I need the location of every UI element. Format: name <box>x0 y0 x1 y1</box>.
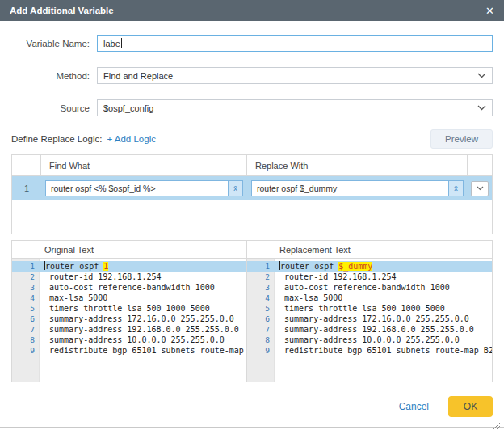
code-line: 3 auto-cost reference-bandwidth 1000 <box>12 282 246 293</box>
source-select[interactable]: $ospf_config <box>97 99 493 116</box>
rule-row-number: 1 <box>12 183 41 193</box>
highlighted-token: 1 <box>103 262 108 271</box>
close-icon[interactable]: ✕ <box>485 6 494 16</box>
chevron-down-icon <box>477 73 486 78</box>
add-additional-variable-dialog: Add Additional Variable ✕ Variable Name:… <box>0 0 504 430</box>
find-what-column-header: Find What <box>41 155 247 175</box>
rule-row[interactable]: 1 router ospf <% $ospf_id %> x̄ router o… <box>12 176 492 200</box>
original-code-lines: 1router ospf 12 router-id 192.168.1.2543… <box>12 261 246 356</box>
replace-with-column-header: Replace With <box>247 155 468 175</box>
variable-name-value: labe <box>103 39 120 48</box>
code-text: router ospf 1 <box>40 261 108 272</box>
variable-name-input[interactable]: labe <box>97 35 493 52</box>
line-number: 9 <box>12 345 40 356</box>
rule-row-dropdown-button[interactable] <box>471 181 489 196</box>
code-line: 9 redistribute bgp 65101 subnets route-m… <box>247 345 492 356</box>
source-row: Source $ospf_config <box>11 99 493 116</box>
line-number: 5 <box>247 303 275 314</box>
code-line: 5 timers throttle lsa 500 1000 5000 <box>247 303 492 314</box>
find-what-cell: router ospf <% $ospf_id %> x̄ <box>41 180 247 196</box>
replacement-text-body[interactable]: 1router ospf $_dummy2 router-id 192.168.… <box>247 259 492 382</box>
line-number: 5 <box>12 303 40 314</box>
code-line: 8 summary-address 10.0.0.0 255.255.0.0 <box>12 335 246 345</box>
code-line: 3 auto-cost reference-bandwidth 1000 <box>247 282 492 293</box>
dialog-titlebar: Add Additional Variable ✕ <box>0 0 504 21</box>
original-text-body[interactable]: 1router ospf 12 router-id 192.168.1.2543… <box>12 259 246 382</box>
ok-button[interactable]: OK <box>448 396 493 417</box>
method-label: Method: <box>11 71 97 81</box>
chevron-down-icon <box>477 105 486 111</box>
rules-table-header: Find What Replace With <box>12 155 492 176</box>
replace-with-value: router ospf $_dummy <box>252 181 448 196</box>
replacement-code-lines: 1router ospf $_dummy2 router-id 192.168.… <box>247 261 492 356</box>
replace-with-input[interactable]: router ospf $_dummy x̄ <box>251 180 464 196</box>
line-number: 3 <box>247 282 275 293</box>
line-number: 2 <box>12 272 40 282</box>
dialog-footer: Cancel OK <box>399 396 493 417</box>
resize-grip-icon[interactable] <box>492 418 500 426</box>
cancel-button[interactable]: Cancel <box>399 401 429 412</box>
code-line: 1router ospf 1 <box>12 261 246 272</box>
code-line: 4 max-lsa 5000 <box>12 293 246 303</box>
line-number: 1 <box>12 261 40 272</box>
code-text: summary-address 172.16.0.0 255.255.0.0 <box>40 314 234 324</box>
code-text: summary-address 192.168.0.0 255.255.0.0 <box>40 324 239 335</box>
add-logic-link[interactable]: + Add Logic <box>107 134 156 144</box>
line-number: 4 <box>12 293 40 303</box>
method-row: Method: Find and Replace <box>11 67 493 84</box>
code-text: auto-cost reference-bandwidth 1000 <box>40 282 215 293</box>
line-number: 6 <box>12 314 40 324</box>
find-what-value: router ospf <% $ospf_id %> <box>46 181 228 196</box>
dialog-body: Variable Name: labe Method: Find and Rep… <box>0 35 504 382</box>
code-text: timers throttle lsa 500 1000 5000 <box>275 303 445 314</box>
line-number: 3 <box>12 282 40 293</box>
code-text: redistribute bgp 65101 subnets route-map… <box>275 345 492 356</box>
dialog-bottom-edge <box>0 427 504 428</box>
code-text: max-lsa 5000 <box>275 293 342 303</box>
code-line: 9 redistribute bgp 65101 subnets route-m… <box>12 345 246 356</box>
replace-rules-table: Find What Replace With 1 router ospf <% … <box>11 154 493 234</box>
insert-variable-icon[interactable]: x̄ <box>448 181 463 196</box>
rule-row-options <box>468 181 492 196</box>
dialog-title: Add Additional Variable <box>10 6 114 15</box>
define-replace-logic-label: Define Replace Logic: <box>11 134 103 144</box>
code-line: 8 summary-address 10.0.0.0 255.255.0.0 <box>247 335 492 345</box>
code-text: timers throttle lsa 500 1000 5000 <box>40 303 210 314</box>
method-select[interactable]: Find and Replace <box>97 67 493 84</box>
text-cursor <box>121 38 122 48</box>
rules-table-empty-area <box>12 200 492 234</box>
line-number: 7 <box>247 324 275 335</box>
replacement-text-header: Replacement Text <box>247 241 492 259</box>
code-line: 1router ospf $_dummy <box>247 261 492 272</box>
code-line: 7 summary-address 192.168.0.0 255.255.0.… <box>12 324 246 335</box>
preview-panels: Original Text 1router ospf 12 router-id … <box>11 240 493 382</box>
line-number: 2 <box>247 272 275 282</box>
text-cursor <box>44 261 45 270</box>
line-number: 7 <box>12 324 40 335</box>
highlighted-token: $_dummy <box>338 262 372 271</box>
variable-name-label: Variable Name: <box>11 39 97 48</box>
code-text: max-lsa 5000 <box>40 293 107 303</box>
code-text: router ospf $_dummy <box>275 261 372 272</box>
code-text: router-id 192.168.1.254 <box>275 272 397 282</box>
code-line: 6 summary-address 172.16.0.0 255.255.0.0 <box>247 314 492 324</box>
replace-with-cell: router ospf $_dummy x̄ <box>247 180 468 196</box>
code-text: summary-address 10.0.0.0 255.255.0.0 <box>40 335 225 345</box>
define-replace-logic-row: Define Replace Logic: + Add Logic Previe… <box>11 129 493 150</box>
code-text: summary-address 172.16.0.0 255.255.0.0 <box>275 314 469 324</box>
line-number: 6 <box>247 314 275 324</box>
code-line: 7 summary-address 192.168.0.0 255.255.0.… <box>247 324 492 335</box>
code-line: 5 timers throttle lsa 500 1000 5000 <box>12 303 246 314</box>
original-text-header: Original Text <box>12 241 246 259</box>
insert-variable-icon[interactable]: x̄ <box>228 181 242 196</box>
preview-button[interactable]: Preview <box>430 129 493 149</box>
source-value: $ospf_config <box>103 103 153 113</box>
line-number: 8 <box>12 335 40 345</box>
line-number: 8 <box>247 335 275 345</box>
text-cursor <box>279 261 280 270</box>
code-text: redistribute bgp 65101 subnets route-map… <box>40 345 246 356</box>
find-what-input[interactable]: router ospf <% $ospf_id %> x̄ <box>45 180 243 196</box>
code-line: 2 router-id 192.168.1.254 <box>247 272 492 282</box>
code-line: 4 max-lsa 5000 <box>247 293 492 303</box>
code-text: auto-cost reference-bandwidth 1000 <box>275 282 450 293</box>
